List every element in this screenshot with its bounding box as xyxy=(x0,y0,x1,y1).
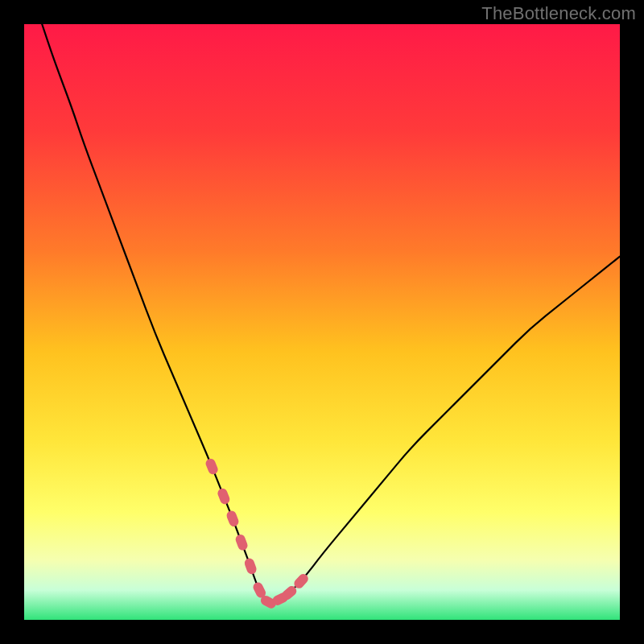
plot-area xyxy=(24,24,620,620)
chart-frame: TheBottleneck.com xyxy=(0,0,644,644)
chart-svg xyxy=(24,24,620,620)
gradient-background xyxy=(24,24,620,620)
watermark-text: TheBottleneck.com xyxy=(481,3,636,24)
